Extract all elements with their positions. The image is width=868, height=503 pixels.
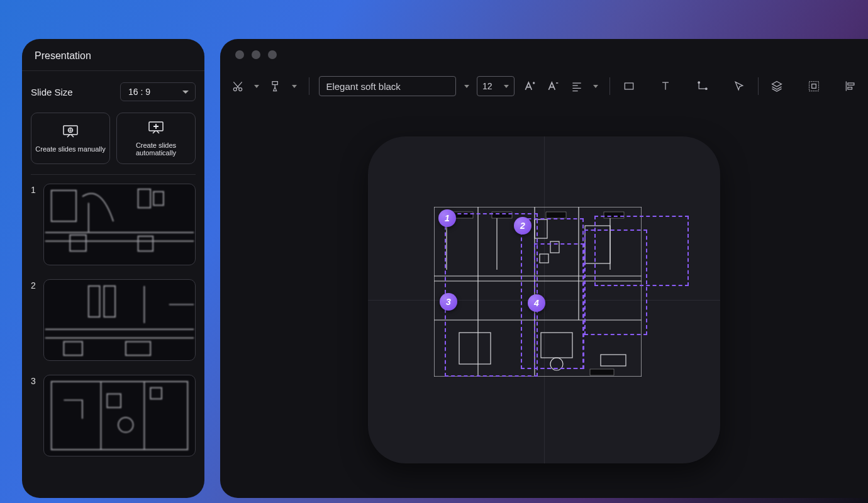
svg-rect-46 (541, 333, 572, 358)
layers-button[interactable] (769, 77, 786, 96)
slide-thumbnail-row: 2 (31, 279, 196, 361)
window-titlebar (220, 39, 868, 70)
svg-rect-12 (104, 286, 115, 317)
svg-rect-42 (550, 241, 559, 253)
shape-rectangle-button[interactable] (620, 77, 637, 96)
window-maximize-icon[interactable] (268, 50, 277, 59)
svg-rect-55 (604, 212, 624, 218)
font-size-select[interactable]: 12 (477, 76, 515, 96)
svg-rect-31 (812, 84, 816, 89)
svg-rect-16 (126, 341, 150, 355)
svg-rect-32 (848, 83, 854, 85)
svg-rect-56 (590, 369, 614, 375)
svg-rect-30 (809, 82, 818, 91)
slides-manual-icon (63, 124, 78, 139)
svg-rect-3 (52, 191, 76, 221)
canvas-area: 1 2 3 4 (220, 102, 868, 498)
annotation-marker[interactable]: 2 (514, 217, 531, 235)
text-align-dropdown[interactable] (591, 77, 599, 96)
svg-rect-9 (138, 236, 153, 252)
floorplan-image[interactable] (434, 207, 642, 377)
font-family-dropdown[interactable] (462, 77, 470, 96)
svg-rect-15 (64, 341, 82, 355)
slides-auto-icon (148, 120, 164, 135)
align-left-button[interactable] (842, 77, 859, 96)
slide-size-value: 16 : 9 (128, 87, 150, 97)
slide-index: 1 (31, 185, 38, 195)
svg-rect-45 (459, 333, 491, 364)
svg-rect-41 (535, 219, 547, 238)
presentation-sidebar: Presentation Slide Size 16 : 9 Create sl… (22, 39, 204, 498)
svg-rect-33 (848, 87, 852, 89)
slide-thumbnail-row: 3 (31, 375, 196, 456)
font-family-value: Elegant soft black (326, 81, 400, 92)
floorplan-thumbnail-icon (44, 184, 195, 265)
group-button[interactable] (805, 77, 822, 96)
cut-dropdown[interactable] (252, 77, 260, 96)
editor-window: Elegant soft black 12 (220, 39, 868, 498)
svg-rect-11 (89, 286, 100, 317)
svg-rect-4 (138, 189, 151, 208)
create-slides-manual-button[interactable]: Create slides manually (31, 113, 110, 164)
slide-size-select[interactable]: 16 : 9 (120, 82, 196, 101)
svg-point-29 (705, 88, 707, 90)
toolbar-separator (758, 77, 759, 95)
svg-point-24 (118, 417, 133, 433)
increase-font-button[interactable] (521, 77, 538, 96)
font-family-select[interactable]: Elegant soft black (319, 76, 456, 96)
svg-rect-22 (107, 394, 121, 408)
font-size-value: 12 (482, 81, 492, 91)
create-auto-label: Create slides automatically (121, 141, 191, 157)
svg-rect-53 (492, 212, 512, 218)
svg-rect-54 (546, 212, 566, 218)
annotation-marker[interactable]: 4 (528, 294, 545, 312)
toolbar-separator (609, 77, 610, 95)
sidebar-divider (31, 174, 196, 175)
svg-rect-8 (70, 235, 86, 252)
format-painter-dropdown[interactable] (291, 77, 299, 96)
window-close-icon[interactable] (235, 50, 244, 59)
svg-point-47 (550, 358, 563, 370)
svg-rect-43 (540, 254, 548, 263)
annotation-marker[interactable]: 3 (440, 293, 457, 311)
svg-rect-44 (585, 226, 610, 263)
cut-button[interactable] (229, 77, 246, 96)
editor-toolbar: Elegant soft black 12 (220, 70, 868, 102)
decrease-font-button[interactable] (545, 77, 562, 96)
text-box-button[interactable] (657, 77, 674, 96)
slide-thumbnail-row: 1 (31, 184, 196, 265)
svg-point-26 (238, 88, 242, 91)
create-slides-row: Create slides manually Create slides aut… (31, 113, 196, 164)
svg-rect-23 (150, 388, 162, 399)
slide-size-row: Slide Size 16 : 9 (31, 82, 196, 101)
connector-button[interactable] (694, 77, 711, 96)
slide-thumbnail[interactable] (43, 375, 196, 456)
svg-point-25 (233, 88, 236, 91)
window-minimize-icon[interactable] (252, 50, 260, 59)
floorplan-thumbnail-icon (44, 280, 195, 360)
pointer-button[interactable] (730, 77, 747, 96)
annotation-marker[interactable]: 1 (438, 209, 456, 227)
svg-rect-5 (153, 192, 164, 206)
slide-canvas[interactable]: 1 2 3 4 (368, 136, 720, 463)
svg-rect-27 (625, 83, 633, 89)
sidebar-body: Slide Size 16 : 9 Create slides manually… (22, 71, 204, 498)
slide-index: 2 (31, 280, 38, 290)
slide-thumbnail[interactable] (43, 279, 196, 361)
create-slides-auto-button[interactable]: Create slides automatically (116, 113, 196, 164)
format-painter-button[interactable] (267, 77, 284, 96)
sidebar-title: Presentation (22, 39, 204, 71)
create-manual-label: Create slides manually (35, 145, 105, 153)
slide-index: 3 (31, 376, 38, 386)
svg-rect-48 (601, 355, 626, 366)
floorplan-thumbnail-icon (44, 375, 195, 456)
text-align-button[interactable] (568, 77, 585, 96)
slide-thumbnail[interactable] (43, 184, 196, 265)
slide-size-label: Slide Size (31, 87, 73, 97)
svg-rect-19 (52, 382, 188, 450)
toolbar-separator (309, 77, 309, 95)
